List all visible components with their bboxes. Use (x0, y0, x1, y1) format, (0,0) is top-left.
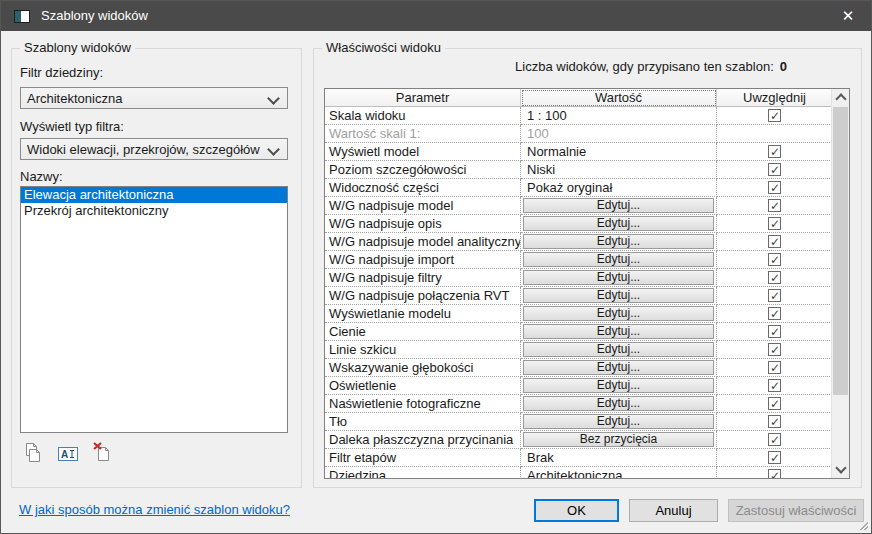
param-value[interactable]: Niski (527, 162, 555, 177)
column-header[interactable]: Wartość (521, 89, 717, 107)
edit-button[interactable]: Edytuj... (523, 216, 714, 231)
table-row: Poziom szczegółowościNiski (325, 161, 832, 179)
param-value[interactable]: Pokaż oryginał (527, 180, 612, 195)
filter-type-select[interactable]: Widoki elewacji, przekrojów, szczegółów (20, 138, 288, 160)
edit-button[interactable]: Edytuj... (523, 414, 714, 429)
ok-button[interactable]: OK (534, 499, 619, 522)
templates-group-title: Szablony widoków (20, 40, 135, 55)
include-checkbox[interactable] (768, 379, 781, 392)
list-item[interactable]: Elewacja architektoniczna (21, 187, 287, 203)
include-checkbox[interactable] (768, 109, 781, 122)
edit-button[interactable]: Edytuj... (523, 360, 714, 375)
include-checkbox[interactable] (768, 181, 781, 194)
table-row: Widoczność częściPokaż oryginał (325, 179, 832, 197)
rename-template-button[interactable]: A (57, 441, 81, 465)
include-cell (717, 251, 832, 269)
filter-type-label: Wyświetl typ filtra: (20, 119, 124, 134)
include-cell (717, 233, 832, 251)
list-item[interactable]: Przekrój architektoniczny (21, 203, 287, 219)
include-checkbox[interactable] (768, 325, 781, 338)
table-row: W/G nadpisuje filtryEdytuj... (325, 269, 832, 287)
edit-button[interactable]: Edytuj... (523, 396, 714, 411)
scroll-up-icon[interactable] (832, 89, 849, 106)
help-link[interactable]: W jaki sposób można zmienić szablon wido… (19, 502, 290, 517)
param-name: Linie szkicu (325, 341, 521, 359)
view-templates-dialog: Szablony widoków ✕ Szablony widoków Filt… (0, 0, 872, 534)
param-value-cell: Brak (521, 449, 717, 467)
apply-properties-button[interactable]: Zastosuj właściwości (728, 499, 864, 522)
param-name: Oświetlenie (325, 377, 521, 395)
include-checkbox[interactable] (768, 217, 781, 230)
resize-grip-icon[interactable] (860, 522, 868, 530)
discipline-filter-select[interactable]: Architektoniczna (20, 87, 288, 109)
include-checkbox[interactable] (768, 415, 781, 428)
discipline-filter-label: Filtr dziedziny: (20, 65, 103, 80)
delete-icon (92, 441, 114, 465)
param-name: W/G nadpisuje model (325, 197, 521, 215)
param-value-cell: Edytuj... (521, 413, 717, 431)
table-scrollbar[interactable] (831, 89, 849, 478)
chevron-down-icon (267, 143, 280, 156)
duplicate-template-button[interactable] (22, 441, 46, 465)
include-cell (717, 377, 832, 395)
edit-button[interactable]: Edytuj... (523, 342, 714, 357)
param-name: Wyświetl model (325, 143, 521, 161)
include-checkbox[interactable] (768, 253, 781, 266)
include-checkbox[interactable] (768, 199, 781, 212)
edit-button[interactable]: Edytuj... (523, 288, 714, 303)
edit-button[interactable]: Edytuj... (523, 252, 714, 267)
include-cell (717, 359, 832, 377)
include-checkbox[interactable] (768, 163, 781, 176)
names-listbox[interactable]: Elewacja architektonicznaPrzekrój archit… (20, 186, 288, 433)
close-icon[interactable]: ✕ (835, 5, 861, 27)
table-row: Linie szkicuEdytuj... (325, 341, 832, 359)
include-cell (717, 107, 832, 125)
table-row: OświetlenieEdytuj... (325, 377, 832, 395)
param-value-cell: Edytuj... (521, 215, 717, 233)
table-row: W/G nadpisuje połączenia RVTEdytuj... (325, 287, 832, 305)
column-header[interactable]: Uwzględnij (717, 89, 832, 107)
param-value[interactable]: 1 : 100 (527, 108, 567, 123)
edit-button[interactable]: Edytuj... (523, 234, 714, 249)
cancel-button[interactable]: Anuluj (629, 499, 718, 522)
value-button[interactable]: Bez przycięcia (523, 432, 714, 447)
edit-button[interactable]: Edytuj... (523, 324, 714, 339)
param-name: Daleka płaszczyzna przycinania (325, 431, 521, 449)
edit-button[interactable]: Edytuj... (523, 270, 714, 285)
filter-type-value: Widoki elewacji, przekrojów, szczegółów (27, 142, 260, 157)
include-checkbox[interactable] (768, 469, 781, 478)
table-row: Wyświetlanie modeluEdytuj... (325, 305, 832, 323)
include-cell (717, 431, 832, 449)
param-value[interactable]: Brak (527, 450, 554, 465)
include-checkbox[interactable] (768, 451, 781, 464)
param-value-cell: Edytuj... (521, 377, 717, 395)
param-name: Wartość skali 1: (325, 125, 521, 143)
param-name: W/G nadpisuje opis (325, 215, 521, 233)
include-checkbox[interactable] (768, 433, 781, 446)
table-row: TłoEdytuj... (325, 413, 832, 431)
delete-template-button[interactable] (92, 441, 116, 465)
include-cell (717, 125, 832, 143)
column-header[interactable]: Parametr (325, 89, 521, 107)
scroll-down-icon[interactable] (832, 461, 849, 478)
table-row: Naświetlenie fotograficzneEdytuj... (325, 395, 832, 413)
edit-button[interactable]: Edytuj... (523, 306, 714, 321)
param-name: W/G nadpisuje model analityczny (325, 233, 521, 251)
table-row: CienieEdytuj... (325, 323, 832, 341)
include-checkbox[interactable] (768, 235, 781, 248)
param-value[interactable]: Architektoniczna (527, 468, 622, 478)
rename-icon: A (57, 441, 79, 465)
include-checkbox[interactable] (768, 343, 781, 356)
include-checkbox[interactable] (768, 307, 781, 320)
edit-button[interactable]: Edytuj... (523, 198, 714, 213)
params-table-body: Skala widoku1 : 100Wartość skali 1:100Wy… (325, 107, 832, 478)
include-checkbox[interactable] (768, 361, 781, 374)
include-checkbox[interactable] (768, 397, 781, 410)
include-checkbox[interactable] (768, 271, 781, 284)
edit-button[interactable]: Edytuj... (523, 378, 714, 393)
param-value[interactable]: Normalnie (527, 144, 586, 159)
include-checkbox[interactable] (768, 145, 781, 158)
include-checkbox[interactable] (768, 289, 781, 302)
scrollbar-thumb[interactable] (833, 107, 848, 395)
assigned-views-count-value: 0 (780, 59, 787, 74)
